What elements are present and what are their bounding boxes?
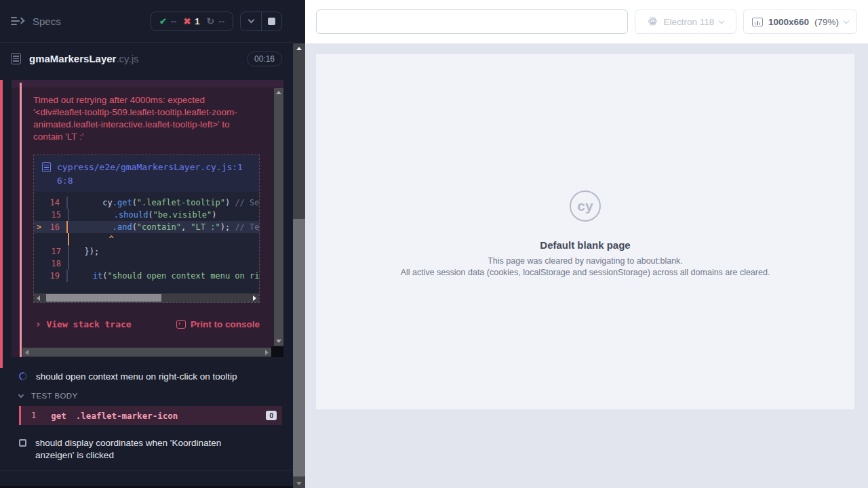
url-input[interactable]: [316, 9, 628, 34]
running-spinner-icon: [18, 371, 28, 382]
collapse-button[interactable]: [241, 12, 261, 30]
code-frame-file-link[interactable]: cypress/e2e/gmaMarkersLayer.cy.js:16:8: [57, 161, 251, 188]
test-body-chevron-icon: [18, 392, 24, 397]
code-lines: 14 cy.get(".leaflet-tooltip") // Sele15 …: [34, 192, 259, 293]
stack-trace-chevron-icon: ›: [35, 319, 41, 329]
reporter-panel: Specs ✔ -- ✖ 1 ↻ --: [0, 0, 305, 488]
scrollbar-corner: [271, 346, 283, 357]
divider: [0, 470, 293, 471]
passed-count: --: [171, 16, 177, 26]
scroll-left-icon: [25, 350, 28, 355]
runner-stage: cy Default blank page This page was clea…: [305, 43, 868, 488]
reporter-content: Specs ✔ -- ✖ 1 ↻ --: [0, 0, 293, 488]
scroll-down-icon: [276, 340, 281, 343]
scroll-up-icon: [296, 47, 302, 50]
command-count-badge: 0: [266, 411, 277, 420]
viewport-scale: (79%): [814, 17, 839, 27]
error-top-band: [12, 80, 283, 87]
stat-restarts: ↻ --: [207, 16, 224, 26]
chevron-down-icon: [248, 17, 254, 24]
chevron-down-icon: [719, 18, 724, 23]
error-vscrollbar[interactable]: [274, 88, 283, 346]
aut-blank-page: cy Default blank page This page was clea…: [316, 54, 854, 409]
spec-row[interactable]: gmaMarkersLayer.cy.js 00:16: [0, 43, 293, 75]
failed-count: 1: [195, 16, 199, 26]
restart-count: --: [218, 16, 224, 26]
passed-check-icon: ✔: [159, 16, 167, 26]
runner-topbar: Electron 118 1000x660 (79%): [305, 0, 868, 43]
specs-menu-icon[interactable]: [11, 16, 24, 26]
command-number: 1: [31, 411, 36, 420]
scroll-right-icon: [253, 296, 256, 301]
spec-file-icon: [11, 53, 21, 64]
spec-extension: .cy.js: [116, 53, 138, 64]
electron-icon: [648, 16, 658, 27]
stop-icon: [268, 18, 275, 25]
error-left-border: [20, 83, 22, 357]
run-controls: [240, 12, 282, 31]
test-title: should display coordinates when 'Koordin…: [35, 437, 259, 462]
print-to-console-button[interactable]: › Print to console: [176, 319, 260, 329]
stats-group: ✔ -- ✖ 1 ↻ --: [151, 12, 233, 31]
failed-attempt-strip: [0, 80, 3, 368]
code-frame: cypress/e2e/gmaMarkersLayer.cy.js:16:8 1…: [33, 155, 260, 303]
scroll-down-icon: [296, 482, 302, 485]
error-hscrollbar[interactable]: [22, 348, 271, 357]
runner-panel: Electron 118 1000x660 (79%) cy Default b…: [305, 0, 868, 488]
code-row: ^: [34, 233, 259, 245]
scroll-up-icon: [276, 91, 281, 94]
cypress-logo: cy: [570, 190, 601, 222]
viewport-ruler-icon: [752, 18, 763, 26]
stop-button[interactable]: [261, 12, 281, 30]
reporter-vscrollbar[interactable]: [293, 43, 305, 488]
code-row: >16 .and("contain", "LT :"); // Test: [34, 221, 259, 233]
scroll-left-icon: [37, 296, 40, 301]
blank-page-line1: This page was cleared by navigating to a…: [316, 256, 854, 266]
test-row-running[interactable]: should open context menu on right-click …: [0, 368, 293, 384]
command-row[interactable]: 1 get .leaflet-marker-icon 0: [19, 406, 282, 425]
print-console-icon: ›: [176, 320, 186, 329]
stat-failed: ✖ 1: [183, 16, 199, 26]
vscroll-thumb[interactable]: [293, 219, 305, 476]
reporter-header: Specs ✔ -- ✖ 1 ↻ --: [0, 0, 293, 43]
code-row: 14 cy.get(".leaflet-tooltip") // Sele: [34, 197, 259, 209]
error-message: Timed out retrying after 4000ms: expecte…: [33, 94, 256, 143]
error-block: Timed out retrying after 4000ms: expecte…: [12, 80, 283, 357]
test-body-section[interactable]: TEST BODY: [0, 389, 293, 403]
test-row-pending[interactable]: should display coordinates when 'Koordin…: [0, 437, 293, 462]
restart-icon: ↻: [207, 16, 215, 26]
processing-test-icon: [19, 439, 26, 447]
command-method: get: [51, 411, 66, 421]
browser-label: Electron 118: [664, 17, 715, 27]
code-frame-header: cypress/e2e/gmaMarkersLayer.cy.js:16:8: [34, 155, 259, 192]
blank-page-line2: All active session data (cookies, localS…: [316, 268, 854, 277]
test-list: should open context menu on right-click …: [0, 368, 293, 471]
failed-x-icon: ✖: [183, 16, 191, 26]
test-title: should open context menu on right-click …: [36, 371, 237, 382]
view-stack-trace-link[interactable]: › View stack trace: [35, 319, 132, 329]
scroll-right-icon: [265, 350, 269, 355]
specs-title[interactable]: Specs: [33, 16, 61, 27]
code-frame-file-icon: [42, 162, 51, 172]
spec-name: gmaMarkersLayer.cy.js: [29, 53, 138, 64]
code-row: 17 });: [34, 245, 259, 258]
code-row: 15 .should("be.visible"): [34, 209, 259, 221]
viewport-info-button[interactable]: 1000x660 (79%): [743, 9, 857, 34]
code-frame-hscrollbar[interactable]: [34, 293, 259, 302]
viewport-size: 1000x660: [768, 17, 809, 27]
command-target: .leaflet-marker-icon: [76, 411, 178, 421]
stat-passed: ✔ --: [159, 16, 177, 26]
spec-duration-badge: 00:16: [247, 52, 282, 66]
chevron-down-icon: [844, 18, 849, 23]
blank-page-title: Default blank page: [316, 239, 854, 251]
test-body-label: TEST BODY: [31, 392, 78, 400]
app: Specs ✔ -- ✖ 1 ↻ --: [0, 0, 868, 488]
hscroll-thumb[interactable]: [46, 294, 161, 302]
code-row: 19 it("should open context menu on righ: [34, 270, 259, 282]
browser-selector[interactable]: Electron 118: [635, 9, 736, 34]
code-row: 18: [34, 258, 259, 270]
error-links: › View stack trace › Print to console: [35, 319, 260, 329]
